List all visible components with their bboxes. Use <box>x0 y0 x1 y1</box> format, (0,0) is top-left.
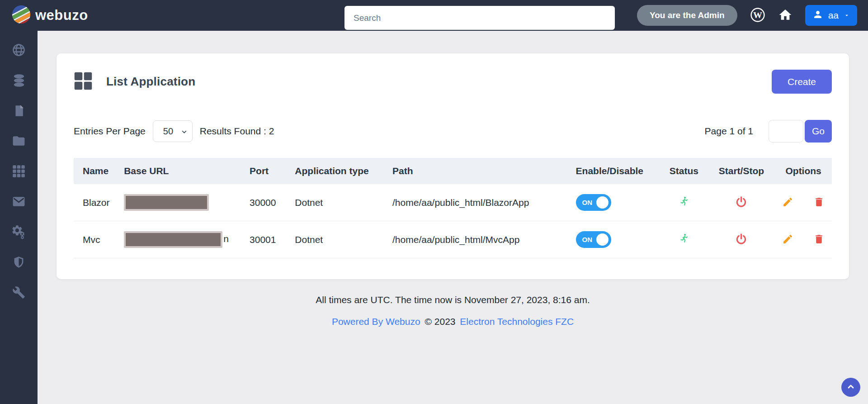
main-content: List Application Create Entries Per Page… <box>38 31 868 404</box>
stop-power-button[interactable] <box>734 196 748 209</box>
entries-per-page-label: Entries Per Page <box>74 126 146 137</box>
running-status-icon <box>679 198 689 209</box>
base-url-cell: n <box>118 221 243 258</box>
shield-icon <box>12 256 25 270</box>
app-path: /home/aa/public_html/MvcApp <box>386 221 570 258</box>
pagination: Page 1 of 1 Go <box>705 120 832 143</box>
col-enable-disable: Enable/Disable <box>570 158 660 184</box>
delete-trash-button[interactable] <box>812 196 826 209</box>
delete-trash-button[interactable] <box>812 233 826 246</box>
options-cell <box>775 184 832 221</box>
page-title: List Application <box>106 75 195 89</box>
col-base-url: Base URL <box>118 158 243 184</box>
toggle-knob <box>596 196 609 209</box>
enable-toggle[interactable]: ON <box>576 231 611 248</box>
status-cell <box>660 184 708 221</box>
sidebar-item-domains[interactable] <box>12 43 26 58</box>
redacted-base-url <box>124 194 209 211</box>
database-icon <box>12 74 26 89</box>
options-cell <box>775 221 832 258</box>
wordpress-icon: W <box>750 7 765 24</box>
start-stop-cell <box>708 184 775 221</box>
folder-icon <box>12 134 26 149</box>
scroll-to-top-button[interactable] <box>841 378 860 397</box>
username: aa <box>828 10 839 21</box>
app-path: /home/aa/public_html/BlazorApp <box>386 184 570 221</box>
page-info: Page 1 of 1 <box>705 126 753 137</box>
brand[interactable]: webuzo <box>11 4 88 27</box>
company-link[interactable]: Electron Technologies FZC <box>460 316 574 327</box>
table-header-row: Name Base URL Port Application type Path… <box>74 158 832 184</box>
applications-grid-icon <box>74 71 93 92</box>
start-stop-cell <box>708 221 775 258</box>
chevron-down-icon <box>844 10 850 21</box>
top-header: webuzo You are the Admin W <box>0 0 868 31</box>
app-type: Dotnet <box>288 221 386 258</box>
table-row: Blazor 30000 Dotnet /home/aa/public_html… <box>74 184 832 221</box>
sidebar-item-databases[interactable] <box>12 74 26 88</box>
sidebar-item-apps[interactable] <box>12 165 26 179</box>
powered-by-line: Powered By Webuzo © 2023 Electron Techno… <box>38 316 868 327</box>
stop-power-button[interactable] <box>734 233 748 247</box>
apps-grid-icon <box>12 165 25 179</box>
svg-text:W: W <box>753 10 762 19</box>
status-cell <box>660 221 708 258</box>
enable-toggle[interactable]: ON <box>576 194 611 211</box>
col-application-type: Application type <box>288 158 386 184</box>
admin-badge: You are the Admin <box>637 5 737 26</box>
chevron-up-icon <box>846 382 855 393</box>
search-input[interactable] <box>344 6 615 30</box>
col-path: Path <box>386 158 570 184</box>
go-button[interactable]: Go <box>805 120 832 143</box>
list-application-card: List Application Create Entries Per Page… <box>57 53 849 279</box>
mail-icon <box>12 195 26 210</box>
sidebar-item-security[interactable] <box>12 256 26 270</box>
user-icon <box>812 9 823 22</box>
col-start-stop: Start/Stop <box>708 158 775 184</box>
app-port: 30001 <box>243 221 288 258</box>
home-button[interactable] <box>778 8 793 24</box>
sidebar-nav <box>0 31 38 404</box>
settings-gears-icon <box>11 224 26 241</box>
page-number-input[interactable] <box>769 120 803 143</box>
sidebar-item-settings[interactable] <box>12 225 26 240</box>
app-type: Dotnet <box>288 184 386 221</box>
running-status-icon <box>679 235 689 246</box>
utc-time-note: All times are UTC. The time now is Novem… <box>38 295 868 305</box>
sidebar-item-email[interactable] <box>12 195 26 209</box>
webuzo-logo-icon <box>11 4 32 27</box>
app-name: Mvc <box>74 221 118 258</box>
applications-table: Name Base URL Port Application type Path… <box>74 158 832 258</box>
toggle-knob <box>596 233 609 246</box>
col-status: Status <box>660 158 708 184</box>
file-icon <box>13 105 25 119</box>
home-icon <box>778 8 793 24</box>
entries-select-wrap: 50 <box>153 120 193 142</box>
edit-pencil-button[interactable] <box>781 196 794 209</box>
copyright-text: © 2023 <box>425 316 455 327</box>
sidebar-item-directories[interactable] <box>12 134 26 149</box>
results-found-label: Results Found : 2 <box>200 126 274 137</box>
brand-name: webuzo <box>35 7 88 24</box>
edit-pencil-button[interactable] <box>781 233 794 246</box>
col-port: Port <box>243 158 288 184</box>
sidebar-item-utilities[interactable] <box>12 286 26 300</box>
globe-icon <box>12 43 26 58</box>
create-button[interactable]: Create <box>772 70 832 94</box>
app-port: 30000 <box>243 184 288 221</box>
title-row: List Application Create <box>74 70 832 94</box>
base-url-cell <box>118 184 243 221</box>
user-menu-button[interactable]: aa <box>805 5 857 26</box>
wordpress-button[interactable]: W <box>750 7 765 24</box>
enable-cell: ON <box>570 221 660 258</box>
powered-by-webuzo-link[interactable]: Powered By Webuzo <box>332 316 420 327</box>
redacted-base-url <box>124 231 222 248</box>
col-name: Name <box>74 158 118 184</box>
sidebar-item-files[interactable] <box>12 104 26 119</box>
app-name: Blazor <box>74 184 118 221</box>
entries-per-page-select[interactable]: 50 <box>153 120 193 142</box>
table-row: Mvc n 30001 Dotnet /home/aa/public_html/… <box>74 221 832 258</box>
table-controls: Entries Per Page 50 Results Found : 2 Pa… <box>74 120 832 143</box>
header-actions: You are the Admin W aa <box>637 0 857 31</box>
enable-cell: ON <box>570 184 660 221</box>
